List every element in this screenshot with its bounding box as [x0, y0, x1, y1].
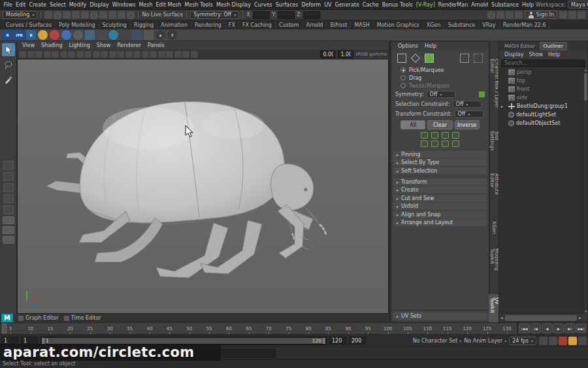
animation-preferences-icon[interactable] [568, 337, 577, 345]
safe-action-icon[interactable] [109, 51, 116, 58]
menu-item[interactable]: Modify [67, 2, 88, 8]
render-view-icon[interactable] [487, 11, 495, 19]
outliner-item[interactable]: ▸BeetleDung:group1 [499, 102, 583, 110]
axis-input[interactable] [303, 11, 320, 19]
shelf-tab[interactable]: Arnold [303, 22, 327, 29]
shaded-icon[interactable] [133, 51, 140, 58]
viewport-canvas[interactable] [17, 59, 389, 314]
timeline-tick[interactable]: 120 [457, 323, 477, 334]
viewport-layout-icon-4[interactable] [3, 194, 14, 203]
timeline-tick[interactable]: 60 [219, 323, 238, 334]
shelf-tab[interactable]: Custom [276, 22, 303, 29]
paint-select-tool-button[interactable] [2, 73, 15, 86]
timeline-tick[interactable]: 50 [180, 323, 199, 334]
outliner-item[interactable]: ▸front [499, 85, 583, 93]
use-all-lights-icon[interactable] [150, 51, 157, 58]
menu-item[interactable]: Display [88, 2, 111, 8]
shelf-tab[interactable]: FX [225, 22, 239, 29]
shadows-icon[interactable] [158, 51, 165, 58]
lock-camera-icon[interactable] [27, 51, 35, 58]
menu-set-selector[interactable]: Modeling [3, 11, 37, 19]
symmetry-selector[interactable]: Symmetry: Off [190, 11, 239, 19]
image-plane-icon[interactable] [52, 51, 59, 58]
timeline-tick[interactable]: 5 [1, 323, 20, 334]
oscilloscope-icon[interactable] [68, 51, 75, 58]
globe-icon[interactable] [108, 30, 118, 40]
outliner-item[interactable]: ▸persp [499, 68, 583, 76]
uv-transfer-icon[interactable] [452, 141, 459, 147]
close-round-icon[interactable]: x [155, 30, 165, 40]
screen-space-ao-icon[interactable] [166, 51, 173, 58]
expand-caret-icon[interactable]: ▸ [501, 104, 506, 109]
uv-cube-icon[interactable] [425, 54, 434, 63]
timeline-tick[interactable]: 55 [199, 323, 219, 334]
2d-pan-zoom-icon[interactable] [60, 51, 67, 58]
menu-item[interactable]: Edit Mesh [154, 2, 183, 8]
snap-curve-icon[interactable] [99, 11, 107, 19]
outliner-item[interactable]: ▸side [499, 93, 583, 102]
snap-point-icon[interactable] [108, 11, 116, 19]
timeline-tick[interactable]: 10 [20, 323, 40, 334]
help-round-icon[interactable]: ? [167, 30, 177, 40]
scrollbar-thumb[interactable] [505, 315, 577, 321]
animation-end-field[interactable] [349, 337, 366, 344]
symmetry-dropdown[interactable]: Off [427, 91, 455, 98]
uv-section-header[interactable]: Select By Type [393, 159, 487, 166]
menu-item[interactable]: Edit [14, 2, 27, 8]
save-scene-icon[interactable] [63, 11, 71, 19]
playback-end-field[interactable] [329, 337, 346, 344]
timeline-tick[interactable]: 105 [398, 323, 417, 334]
sphere-blue-icon[interactable] [61, 30, 71, 40]
menu-item[interactable]: File [2, 2, 14, 8]
outliner-vertical-scrollbar[interactable] [583, 68, 587, 313]
uv-select-button[interactable]: Clear [427, 120, 452, 129]
wireframe-icon[interactable] [125, 51, 133, 58]
outliner-menu-item[interactable]: Display [502, 52, 527, 58]
playback-option-icon[interactable] [539, 337, 547, 345]
no-live-surface-label[interactable]: No Live Surface [142, 12, 183, 18]
render-settings-icon[interactable] [506, 11, 514, 19]
viewport-layout-icon-2[interactable] [3, 172, 14, 181]
shelf-tab[interactable]: Bifrost [327, 22, 351, 29]
timeline-tick[interactable]: 35 [120, 323, 139, 334]
motion-blur-icon[interactable] [174, 51, 182, 58]
uv-menu-item[interactable]: Options [395, 43, 421, 49]
timeline-tick[interactable]: 130 [497, 323, 517, 334]
hotbox-icon[interactable] [578, 11, 585, 19]
textured-icon[interactable] [142, 51, 149, 58]
camera-attributes-icon[interactable] [35, 51, 42, 58]
playback-button[interactable]: |◀◀ [519, 324, 530, 333]
timeline-tick[interactable]: 40 [140, 323, 159, 334]
shelf-tab[interactable]: Sculpting [99, 22, 131, 29]
uv-section-header[interactable]: Transform [393, 178, 487, 186]
uv-section-header[interactable]: Cut and Sew [393, 195, 487, 202]
timeline-tick[interactable]: 115 [438, 323, 457, 334]
uv-checker-icon[interactable] [474, 54, 483, 63]
menu-item[interactable]: [V-Ray] [414, 2, 436, 8]
outliner-horizontal-scrollbar[interactable] [499, 313, 583, 322]
shelf-tab[interactable]: XGen [423, 22, 445, 29]
timeline-tick[interactable]: 30 [100, 323, 120, 334]
menu-item[interactable]: Cache [361, 2, 380, 8]
timeline-tick[interactable]: 125 [477, 323, 497, 334]
menu-item[interactable]: Substance [490, 2, 521, 8]
timeline-tick[interactable]: 45 [159, 323, 179, 334]
timeline-tick[interactable]: 70 [259, 323, 278, 334]
playback-button[interactable]: |◀ [531, 324, 542, 333]
viewport-layout-icon-1[interactable] [3, 161, 14, 170]
menu-item[interactable]: Create [27, 2, 48, 8]
shelf-tab[interactable]: Poly Modeling [56, 22, 99, 29]
viewport-layout-icon-5[interactable] [3, 205, 14, 214]
editor-tab[interactable]: Time Editor [61, 315, 104, 321]
renderman-render-icon[interactable]: R [3, 30, 12, 40]
viewport-menu-item[interactable]: Shading [38, 42, 66, 48]
film-gate-icon[interactable] [76, 51, 84, 58]
menu-item[interactable]: Mesh Tools [183, 2, 214, 8]
uv-transfer-icon[interactable] [421, 141, 428, 147]
resolution-gate-icon[interactable] [84, 51, 91, 58]
renderman-preview-icon[interactable]: R [26, 30, 36, 40]
uv-select-button[interactable]: Inverse [455, 120, 480, 129]
viewport-menu-item[interactable]: Panels [144, 42, 168, 48]
menu-item[interactable]: Arnold [470, 2, 490, 8]
uv-menu-item[interactable]: Help [421, 43, 440, 49]
